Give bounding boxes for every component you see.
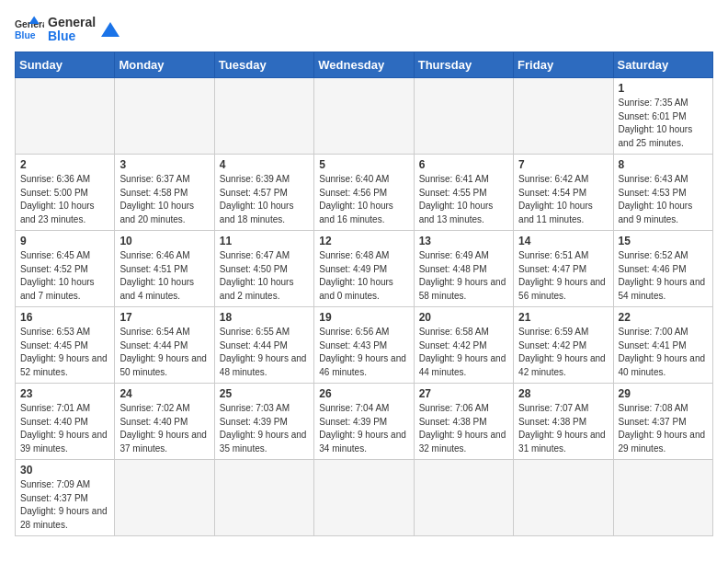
calendar-cell	[514, 78, 613, 155]
weekday-header-wednesday: Wednesday	[314, 52, 414, 78]
logo-triangle-icon	[101, 18, 119, 37]
calendar-cell	[115, 460, 214, 536]
day-number: 23	[20, 387, 109, 400]
calendar-cell: 4Sunrise: 6:39 AM Sunset: 4:57 PM Daylig…	[214, 155, 313, 231]
day-info: Sunrise: 6:59 AM Sunset: 4:42 PM Dayligh…	[518, 326, 608, 379]
calendar-week-row: 16Sunrise: 6:53 AM Sunset: 4:45 PM Dayli…	[16, 307, 713, 384]
day-info: Sunrise: 6:56 AM Sunset: 4:43 PM Dayligh…	[319, 326, 408, 379]
weekday-header-friday: Friday	[514, 52, 613, 78]
day-info: Sunrise: 7:09 AM Sunset: 4:37 PM Dayligh…	[20, 478, 109, 532]
day-info: Sunrise: 6:55 AM Sunset: 4:44 PM Dayligh…	[220, 326, 309, 379]
calendar-cell	[16, 78, 115, 155]
day-number: 1	[619, 82, 708, 95]
day-number: 4	[220, 158, 309, 171]
logo-blue-text: Blue	[48, 29, 96, 43]
calendar-cell: 24Sunrise: 7:02 AM Sunset: 4:40 PM Dayli…	[115, 384, 214, 460]
day-number: 28	[518, 387, 608, 400]
calendar-cell: 17Sunrise: 6:54 AM Sunset: 4:44 PM Dayli…	[115, 307, 214, 384]
day-number: 12	[319, 235, 408, 247]
day-info: Sunrise: 6:42 AM Sunset: 4:54 PM Dayligh…	[518, 173, 608, 226]
day-number: 15	[619, 235, 708, 247]
calendar-cell: 19Sunrise: 6:56 AM Sunset: 4:43 PM Dayli…	[314, 307, 414, 384]
calendar-week-row: 1Sunrise: 7:35 AM Sunset: 6:01 PM Daylig…	[16, 78, 713, 155]
calendar-cell: 1Sunrise: 7:35 AM Sunset: 6:01 PM Daylig…	[613, 78, 712, 155]
day-info: Sunrise: 6:47 AM Sunset: 4:50 PM Dayligh…	[220, 249, 309, 303]
day-info: Sunrise: 7:06 AM Sunset: 4:38 PM Dayligh…	[419, 402, 508, 455]
day-number: 9	[20, 235, 109, 247]
day-info: Sunrise: 7:03 AM Sunset: 4:39 PM Dayligh…	[220, 402, 309, 455]
calendar-week-row: 30Sunrise: 7:09 AM Sunset: 4:37 PM Dayli…	[16, 460, 713, 536]
calendar-cell	[314, 78, 414, 155]
calendar-cell	[115, 78, 214, 155]
calendar-week-row: 23Sunrise: 7:01 AM Sunset: 4:40 PM Dayli…	[16, 384, 713, 460]
calendar-cell: 3Sunrise: 6:37 AM Sunset: 4:58 PM Daylig…	[115, 155, 214, 231]
calendar-table: SundayMondayTuesdayWednesdayThursdayFrid…	[15, 52, 713, 536]
day-number: 7	[518, 158, 608, 171]
day-number: 16	[20, 311, 109, 324]
calendar-cell: 21Sunrise: 6:59 AM Sunset: 4:42 PM Dayli…	[514, 307, 613, 384]
day-number: 26	[319, 387, 408, 400]
calendar-cell: 9Sunrise: 6:45 AM Sunset: 4:52 PM Daylig…	[16, 231, 115, 307]
day-number: 11	[220, 235, 309, 247]
day-info: Sunrise: 6:54 AM Sunset: 4:44 PM Dayligh…	[119, 326, 209, 379]
calendar-cell	[314, 460, 414, 536]
calendar-cell: 12Sunrise: 6:48 AM Sunset: 4:49 PM Dayli…	[314, 231, 414, 307]
calendar-cell	[414, 78, 513, 155]
calendar-week-row: 9Sunrise: 6:45 AM Sunset: 4:52 PM Daylig…	[16, 231, 713, 307]
day-info: Sunrise: 6:45 AM Sunset: 4:52 PM Dayligh…	[20, 249, 109, 303]
calendar-cell: 25Sunrise: 7:03 AM Sunset: 4:39 PM Dayli…	[214, 384, 313, 460]
day-info: Sunrise: 6:58 AM Sunset: 4:42 PM Dayligh…	[419, 326, 508, 379]
weekday-header-sunday: Sunday	[16, 52, 115, 78]
day-info: Sunrise: 7:08 AM Sunset: 4:37 PM Dayligh…	[619, 402, 708, 455]
logo-icon: General Blue	[15, 15, 44, 44]
calendar-cell: 8Sunrise: 6:43 AM Sunset: 4:53 PM Daylig…	[613, 155, 712, 231]
day-info: Sunrise: 7:07 AM Sunset: 4:38 PM Dayligh…	[518, 402, 608, 455]
day-info: Sunrise: 6:43 AM Sunset: 4:53 PM Dayligh…	[619, 173, 708, 226]
day-number: 6	[419, 158, 508, 171]
day-number: 29	[619, 387, 708, 400]
calendar-cell	[514, 460, 613, 536]
day-info: Sunrise: 7:02 AM Sunset: 4:40 PM Dayligh…	[119, 402, 209, 455]
svg-text:General: General	[15, 19, 44, 29]
calendar-cell: 6Sunrise: 6:41 AM Sunset: 4:55 PM Daylig…	[414, 155, 513, 231]
day-info: Sunrise: 7:00 AM Sunset: 4:41 PM Dayligh…	[619, 326, 708, 379]
day-number: 27	[419, 387, 508, 400]
calendar-cell: 14Sunrise: 6:51 AM Sunset: 4:47 PM Dayli…	[514, 231, 613, 307]
day-number: 8	[619, 158, 708, 171]
calendar-cell	[214, 78, 313, 155]
calendar-cell: 13Sunrise: 6:49 AM Sunset: 4:48 PM Dayli…	[414, 231, 513, 307]
calendar-cell	[214, 460, 313, 536]
calendar-cell	[414, 460, 513, 536]
calendar-cell: 20Sunrise: 6:58 AM Sunset: 4:42 PM Dayli…	[414, 307, 513, 384]
calendar-cell: 5Sunrise: 6:40 AM Sunset: 4:56 PM Daylig…	[314, 155, 414, 231]
weekday-header-thursday: Thursday	[414, 52, 513, 78]
day-number: 2	[20, 158, 109, 171]
calendar-week-row: 2Sunrise: 6:36 AM Sunset: 5:00 PM Daylig…	[16, 155, 713, 231]
weekday-header-saturday: Saturday	[613, 52, 712, 78]
calendar-cell: 26Sunrise: 7:04 AM Sunset: 4:39 PM Dayli…	[314, 384, 414, 460]
day-number: 13	[419, 235, 508, 247]
day-number: 14	[518, 235, 608, 247]
calendar-cell: 23Sunrise: 7:01 AM Sunset: 4:40 PM Dayli…	[16, 384, 115, 460]
calendar-cell	[613, 460, 712, 536]
calendar-header-row: SundayMondayTuesdayWednesdayThursdayFrid…	[16, 52, 713, 78]
logo: General Blue General Blue	[15, 15, 119, 44]
day-info: Sunrise: 6:49 AM Sunset: 4:48 PM Dayligh…	[419, 249, 508, 303]
calendar-cell: 30Sunrise: 7:09 AM Sunset: 4:37 PM Dayli…	[16, 460, 115, 536]
calendar-cell: 15Sunrise: 6:52 AM Sunset: 4:46 PM Dayli…	[613, 231, 712, 307]
day-number: 30	[20, 464, 109, 477]
day-info: Sunrise: 6:48 AM Sunset: 4:49 PM Dayligh…	[319, 249, 408, 303]
day-number: 21	[518, 311, 608, 324]
day-number: 17	[119, 311, 209, 324]
calendar-cell: 16Sunrise: 6:53 AM Sunset: 4:45 PM Dayli…	[16, 307, 115, 384]
day-number: 24	[119, 387, 209, 400]
weekday-header-tuesday: Tuesday	[214, 52, 313, 78]
day-number: 22	[619, 311, 708, 324]
calendar-cell: 10Sunrise: 6:46 AM Sunset: 4:51 PM Dayli…	[115, 231, 214, 307]
day-info: Sunrise: 6:41 AM Sunset: 4:55 PM Dayligh…	[419, 173, 508, 226]
calendar-cell: 29Sunrise: 7:08 AM Sunset: 4:37 PM Dayli…	[613, 384, 712, 460]
calendar-cell: 7Sunrise: 6:42 AM Sunset: 4:54 PM Daylig…	[514, 155, 613, 231]
weekday-header-monday: Monday	[115, 52, 214, 78]
day-number: 25	[220, 387, 309, 400]
calendar-cell: 18Sunrise: 6:55 AM Sunset: 4:44 PM Dayli…	[214, 307, 313, 384]
